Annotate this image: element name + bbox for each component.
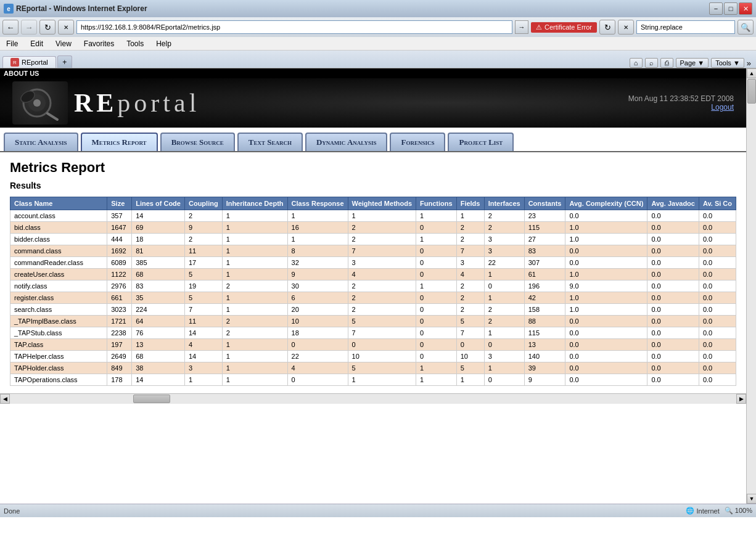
cell-si: 0.0: [699, 234, 736, 245]
table-row[interactable]: _TAPImplBase.class172164112105052880.00.…: [10, 316, 736, 327]
table-row[interactable]: bid.class164769911620221151.00.00.0: [10, 222, 736, 234]
cell-loc: 68: [132, 269, 185, 280]
cell-constants: 83: [524, 245, 565, 257]
th-fields: Fields: [456, 197, 484, 210]
go-button[interactable]: →: [515, 20, 528, 34]
table-row[interactable]: bidder.class444182112123271.00.00.0: [10, 234, 736, 245]
cell-size: 849: [107, 362, 132, 374]
table-row[interactable]: _TAPStub.class2238761421870711150.00.00.…: [10, 327, 736, 339]
menu-view[interactable]: View: [49, 37, 78, 50]
cell-inherit: 2: [222, 327, 287, 339]
tab-project-list[interactable]: Project List: [448, 133, 514, 151]
rss-button[interactable]: ⌕: [645, 58, 658, 68]
table-row[interactable]: search.class3023224712020221581.00.00.0: [10, 304, 736, 316]
minimize-button[interactable]: −: [709, 2, 723, 15]
stop-button[interactable]: ✕: [58, 20, 74, 35]
scroll-thumb-vertical[interactable]: [747, 79, 756, 104]
tab-static-analysis[interactable]: Static Analysis: [4, 133, 78, 151]
cell-size: 2976: [107, 280, 132, 292]
cell-name: bid.class: [10, 222, 107, 234]
table-row[interactable]: TAPHelper.class264968141221001031400.00.…: [10, 351, 736, 362]
vertical-scrollbar[interactable]: ▲ ▼: [746, 68, 756, 504]
title-bar-controls[interactable]: − □ ✕: [709, 2, 752, 15]
browser-tab[interactable]: R REportal: [2, 56, 56, 68]
scroll-left-button[interactable]: ◀: [0, 394, 10, 404]
table-row[interactable]: account.class357142111112230.00.00.0: [10, 210, 736, 222]
menu-favorites[interactable]: Favorites: [78, 37, 120, 50]
search-input[interactable]: [636, 20, 735, 34]
tools-button[interactable]: Tools ▼: [711, 58, 744, 68]
refresh-button[interactable]: ↻: [39, 20, 55, 35]
back-button[interactable]: ←: [2, 20, 18, 35]
cell-constants: 140: [524, 351, 565, 362]
close-button[interactable]: ✕: [739, 2, 752, 15]
table-row[interactable]: TAPOperations.class17814110111090.00.00.…: [10, 374, 736, 386]
menu-edit[interactable]: Edit: [24, 37, 49, 50]
cell-size: 661: [107, 292, 132, 304]
cell-fields: 3: [456, 257, 484, 269]
table-row[interactable]: TAP.class197134100000130.00.00.0: [10, 339, 736, 351]
th-ccn: Avg. Complexity (CCN): [565, 197, 647, 210]
cell-classresp: 18: [287, 327, 348, 339]
cell-wm: 4: [348, 269, 416, 280]
horizontal-scrollbar[interactable]: ◀ ▶: [0, 393, 746, 403]
refresh-button-2[interactable]: ↻: [599, 20, 615, 35]
cell-name: commandReader.class: [10, 257, 107, 269]
svg-line-2: [47, 113, 57, 120]
stop-button-2[interactable]: ✕: [618, 20, 634, 35]
cell-wm: 2: [348, 304, 416, 316]
table-row[interactable]: createUser.class1122685194041611.00.00.0: [10, 269, 736, 280]
th-classname: Class Name: [10, 197, 107, 210]
table-row[interactable]: notify.class2976831923021201969.00.00.0: [10, 280, 736, 292]
search-go-button[interactable]: 🔍: [738, 20, 754, 35]
address-bar[interactable]: https://192.168.1.9:8084/REportal2/metri…: [76, 20, 512, 34]
print-button[interactable]: ⎙: [660, 58, 673, 68]
internet-icon: 🌐: [686, 507, 694, 515]
cell-size: 1721: [107, 316, 132, 327]
scroll-right-button[interactable]: ▶: [736, 394, 746, 404]
forward-button[interactable]: →: [21, 20, 37, 35]
restore-button[interactable]: □: [724, 2, 738, 15]
results-label: Results: [10, 181, 736, 190]
scroll-down-button[interactable]: ▼: [747, 494, 756, 504]
cell-coupling: 19: [184, 280, 222, 292]
scroll-thumb[interactable]: [133, 395, 170, 403]
scroll-up-button[interactable]: ▲: [747, 68, 756, 78]
cert-error-badge[interactable]: ⚠ Certificate Error: [531, 22, 597, 33]
cell-javadoc: 0.0: [647, 362, 699, 374]
table-row[interactable]: command.class16928111187073830.00.00.0: [10, 245, 736, 257]
cell-javadoc: 0.0: [647, 339, 699, 351]
table-row[interactable]: commandReader.class608938517132303223070…: [10, 257, 736, 269]
logout-link[interactable]: Logout: [628, 103, 734, 112]
home-button[interactable]: ⌂: [630, 58, 643, 68]
page-button[interactable]: Page ▼: [676, 58, 709, 68]
cell-ccn: 1.0: [565, 222, 647, 234]
cell-loc: 69: [132, 222, 185, 234]
cell-inherit: 2: [222, 316, 287, 327]
cell-size: 444: [107, 234, 132, 245]
svg-point-3: [33, 99, 41, 107]
new-tab-button[interactable]: +: [57, 55, 72, 68]
table-row[interactable]: register.class661355162021421.00.00.0: [10, 292, 736, 304]
logo-icon: [12, 81, 68, 125]
cell-name: bidder.class: [10, 234, 107, 245]
menu-tools[interactable]: Tools: [120, 37, 150, 50]
cell-ccn: 0.0: [565, 210, 647, 222]
cell-inherit: 1: [222, 351, 287, 362]
cell-wm: 1: [348, 210, 416, 222]
cell-functions: 0: [416, 222, 457, 234]
extend-button[interactable]: »: [747, 59, 751, 68]
cell-inherit: 2: [222, 280, 287, 292]
tab-metrics-report[interactable]: Metrics Report: [81, 133, 158, 151]
cell-classresp: 22: [287, 351, 348, 362]
cell-loc: 13: [132, 339, 185, 351]
tab-browse-source[interactable]: Browse Source: [160, 133, 235, 151]
site-header: REportal Mon Aug 11 23:38:52 EDT 2008 Lo…: [0, 78, 746, 128]
tab-dynamic-analysis[interactable]: Dynamic Analysis: [305, 133, 388, 151]
menu-help[interactable]: Help: [150, 37, 178, 50]
tab-text-search[interactable]: Text Search: [237, 133, 303, 151]
cell-loc: 81: [132, 245, 185, 257]
table-row[interactable]: TAPHolder.class849383145151390.00.00.0: [10, 362, 736, 374]
tab-forensics[interactable]: Forensics: [390, 133, 445, 151]
menu-file[interactable]: File: [0, 37, 24, 50]
